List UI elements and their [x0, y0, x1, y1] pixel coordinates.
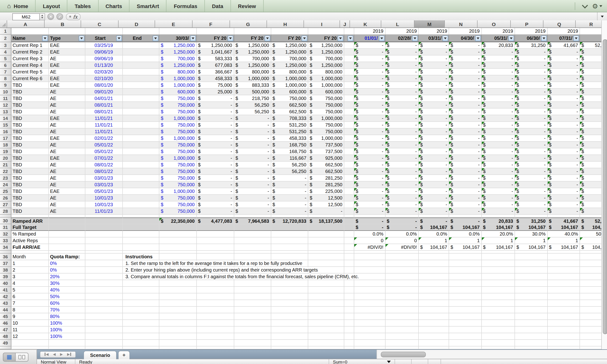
cell-M43[interactable]	[419, 300, 449, 307]
cell-O18[interactable]: $-	[482, 142, 515, 148]
cell-Q11[interactable]: $-	[547, 95, 580, 102]
cell-E1[interactable]	[159, 28, 197, 35]
cell-J37[interactable]	[344, 260, 354, 267]
cell-P26[interactable]: $-	[515, 195, 547, 201]
cell-D19[interactable]	[123, 148, 159, 155]
cell-I28[interactable]: $-	[308, 208, 344, 215]
cell-L25[interactable]: $-	[385, 188, 419, 195]
cell-A21[interactable]: TBD	[11, 162, 49, 168]
row-header-23[interactable]: 23	[0, 175, 11, 182]
cell-G27[interactable]: $-	[234, 201, 271, 208]
cell-I10[interactable]: $600,000	[308, 89, 344, 95]
cell-H16[interactable]: $531,250	[271, 129, 308, 135]
cell-I13[interactable]: $750,000	[308, 108, 344, 115]
cell-E41[interactable]	[159, 287, 197, 293]
cell-I49[interactable]	[308, 340, 344, 347]
cell-O4[interactable]: $-	[482, 49, 515, 55]
cell-P45[interactable]	[515, 313, 547, 320]
cell-O9[interactable]: $-	[482, 82, 515, 89]
cell-D49[interactable]	[123, 340, 159, 347]
cell-N35[interactable]	[449, 251, 482, 254]
cell-A20[interactable]: TBD	[11, 155, 49, 162]
cell-C22[interactable]: 08/01/22	[85, 168, 123, 175]
cell-F47[interactable]	[197, 326, 234, 333]
cell-G7[interactable]: $800,000	[234, 69, 271, 75]
column-header-M[interactable]: M	[414, 20, 445, 28]
row-header-12[interactable]: 12	[0, 102, 11, 108]
cell-J11[interactable]	[344, 95, 354, 102]
cell-L35[interactable]	[385, 251, 419, 254]
cell-J17[interactable]	[344, 135, 354, 142]
cell-N42[interactable]	[449, 293, 482, 300]
cell-F28[interactable]: $-	[197, 208, 234, 215]
select-all-corner[interactable]	[0, 20, 7, 28]
cell-E8[interactable]: $1,000,000	[159, 75, 197, 82]
cell-A35[interactable]	[11, 251, 49, 254]
cell-D18[interactable]	[123, 142, 159, 148]
cell-J1[interactable]	[344, 28, 354, 35]
cell-H50[interactable]	[271, 347, 308, 349]
cell-N50[interactable]	[449, 347, 482, 349]
cell-G6[interactable]: $1,250,000	[234, 62, 271, 69]
row-header-45[interactable]: 45	[0, 313, 11, 320]
cell-I37[interactable]	[308, 260, 344, 267]
cell-K37[interactable]	[354, 260, 385, 267]
cell-G10[interactable]: $500,000	[234, 89, 271, 95]
cell-B4[interactable]: EAE	[49, 49, 85, 55]
cell-F31[interactable]	[197, 224, 234, 231]
cell-I42[interactable]	[308, 293, 344, 300]
cell-N17[interactable]: $-	[449, 135, 482, 142]
cell-L29[interactable]	[385, 215, 419, 218]
cell-P19[interactable]: $-	[515, 148, 547, 155]
cell-L12[interactable]: $-	[385, 102, 419, 108]
cell-K13[interactable]: $-	[354, 108, 385, 115]
cell-B36[interactable]: Quota Ramp:	[49, 254, 85, 260]
cell-N22[interactable]: $-	[449, 168, 482, 175]
column-header-J[interactable]: J	[340, 20, 350, 28]
cell-J31[interactable]	[344, 224, 354, 231]
cell-P41[interactable]	[515, 287, 547, 293]
cell-K46[interactable]	[354, 320, 385, 326]
cell-H33[interactable]	[271, 237, 308, 244]
cell-H46[interactable]	[271, 320, 308, 326]
cell-C38[interactable]	[85, 267, 123, 273]
cell-I11[interactable]: $750,000	[308, 95, 344, 102]
cell-D30[interactable]	[123, 218, 159, 224]
cell-Q38[interactable]	[547, 267, 580, 273]
next-sheet-icon[interactable]: ▶	[60, 353, 63, 356]
cell-M29[interactable]	[419, 215, 449, 218]
cell-O40[interactable]	[482, 280, 515, 287]
cell-P9[interactable]: $-	[515, 82, 547, 89]
cell-I50[interactable]	[308, 347, 344, 349]
cell-E50[interactable]	[159, 347, 197, 349]
sheet-tab-scenario[interactable]: Scenario	[83, 351, 117, 359]
row-header-1[interactable]: 1	[0, 28, 11, 35]
cell-D6[interactable]	[123, 62, 159, 69]
cell-O41[interactable]	[482, 287, 515, 293]
cell-M20[interactable]: $-	[419, 155, 449, 162]
cell-B35[interactable]	[49, 251, 85, 254]
instruction-line-1[interactable]: 1. Set the ramp to the left for the aver…	[123, 260, 159, 267]
cell-E9[interactable]: $1,000,000	[159, 82, 197, 89]
cell-F25[interactable]: $-	[197, 188, 234, 195]
cell-B9[interactable]: EAE	[49, 82, 85, 89]
column-header-D[interactable]: D	[118, 20, 155, 28]
row-header[interactable]	[0, 347, 11, 349]
cell-G13[interactable]: $56,250	[234, 108, 271, 115]
cell-K48[interactable]	[354, 333, 385, 340]
cell-C20[interactable]: 07/01/22	[85, 155, 123, 162]
cell-K12[interactable]: $-	[354, 102, 385, 108]
cell-A23[interactable]: TBD	[11, 175, 49, 182]
cell-H43[interactable]	[271, 300, 308, 307]
cell-B7[interactable]: AE	[49, 69, 85, 75]
cell-D45[interactable]	[123, 313, 159, 320]
cell-M17[interactable]: $-	[419, 135, 449, 142]
cell-E16[interactable]: $750,000	[159, 129, 197, 135]
row-header-25[interactable]: 25	[0, 188, 11, 195]
cell-F13[interactable]: $-	[197, 108, 234, 115]
cell-M33[interactable]: 1	[419, 237, 449, 244]
cell-C41[interactable]	[85, 287, 123, 293]
cell-A19[interactable]: TBD	[11, 148, 49, 155]
cell-Q8[interactable]: $-	[547, 75, 580, 82]
cell-B27[interactable]: AE	[49, 201, 85, 208]
